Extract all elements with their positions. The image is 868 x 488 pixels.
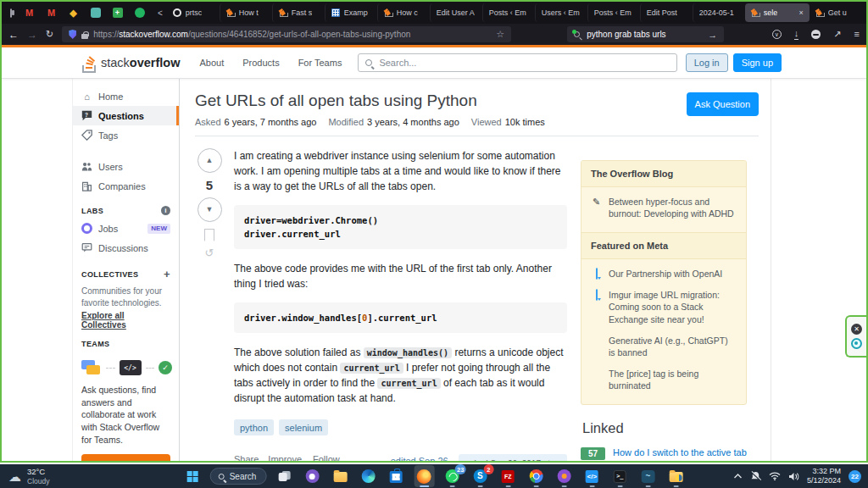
teal-app-pinned-tab-icon[interactable] [90, 8, 101, 19]
tag-selenium[interactable]: selenium [279, 419, 328, 435]
edge-button[interactable] [358, 465, 378, 487]
sidebar-item-companies[interactable]: Companies [73, 176, 179, 196]
start-button[interactable] [182, 465, 203, 487]
blog-item[interactable]: ✎Between hyper-focus and burnout: Develo… [591, 196, 737, 219]
task-view-button[interactable] [274, 465, 294, 487]
vscode-button[interactable]: </> [581, 465, 602, 487]
https-lock-icon[interactable] [81, 31, 88, 39]
browser-tab[interactable]: Examp [325, 3, 377, 22]
tray-chevron-up-icon[interactable] [733, 473, 743, 480]
meta-item[interactable]: Generative AI (e.g., ChatGPT) is banned [591, 335, 737, 358]
browser-tab[interactable]: 2024-05-1 [693, 3, 745, 22]
meta-item[interactable]: The [price] tag is being burninated [591, 368, 737, 391]
taskbar-weather-widget[interactable]: ☁ 32°C Cloudy [8, 464, 49, 488]
browser-tab[interactable]: Users ‹ Em [535, 3, 587, 22]
file-explorer-button[interactable] [330, 465, 350, 487]
nav-for-teams[interactable]: For Teams [291, 53, 350, 72]
edited-timestamp-link[interactable]: edited Sep 26, 2017 at 12:50 [391, 456, 459, 461]
browser-tab[interactable]: Edit User A [430, 3, 482, 22]
search-go-icon[interactable]: → [708, 30, 717, 40]
stackoverflow-logo[interactable]: stackoverflow [81, 53, 180, 73]
url-bar[interactable]: https://stackoverflow.com/questions/4641… [62, 26, 511, 42]
bookmark-icon[interactable] [204, 229, 214, 241]
browser-tab[interactable]: prtsc [167, 3, 220, 22]
improve-question-link[interactable]: Improve this question [268, 454, 303, 461]
so-search-box[interactable] [358, 53, 676, 72]
nav-products[interactable]: Products [235, 53, 287, 72]
filezilla-button[interactable]: FZ [498, 465, 518, 487]
firefox-button[interactable] [414, 465, 434, 487]
firefox-view-icon[interactable] [10, 8, 12, 18]
skype-button[interactable]: S2 [470, 465, 490, 487]
add-collective-icon[interactable]: + [164, 268, 170, 280]
python-app-button[interactable] [665, 465, 686, 487]
volume-icon[interactable] [788, 472, 799, 481]
share-icon[interactable]: ↗ [833, 30, 841, 39]
taskbar-search[interactable]: Search [210, 468, 267, 485]
green-circle-app-pinned-tab-icon[interactable] [134, 8, 145, 19]
wifi-icon[interactable] [769, 472, 781, 480]
browser-tab[interactable]: Posts ‹ Em [587, 3, 640, 22]
forward-button[interactable]: → [27, 29, 37, 41]
back-button[interactable]: ← [8, 29, 19, 41]
close-tab-icon[interactable]: × [799, 8, 804, 17]
explore-teams-button[interactable]: Explore Teams [81, 454, 170, 461]
info-icon[interactable]: i [161, 206, 170, 215]
purple-app-button[interactable] [554, 465, 574, 487]
tag-python[interactable]: python [234, 419, 274, 435]
sidebar-item-home[interactable]: ⌂Home [73, 87, 179, 106]
notification-bell-icon[interactable] [750, 471, 761, 481]
gmail-pinned-tab-icon[interactable]: M [46, 8, 57, 19]
browser-tab[interactable]: How t [220, 3, 272, 22]
chrome-button[interactable] [526, 465, 546, 487]
sidebar-item-jobs[interactable]: Jobs NEW [73, 219, 179, 238]
recorder-close-icon[interactable]: ✕ [851, 324, 862, 335]
terminal-button[interactable]: >_ [609, 465, 630, 487]
tracking-protection-shield-icon[interactable] [69, 30, 76, 39]
signup-button[interactable]: Sign up [733, 53, 782, 72]
browser-tab[interactable]: Edit Post [640, 3, 693, 22]
microsoft-store-button[interactable] [386, 465, 406, 487]
post-history-icon[interactable]: ↺ [205, 247, 214, 259]
browser-search-bar[interactable]: → [567, 26, 724, 42]
camera-app-button[interactable] [302, 465, 322, 487]
bookmark-star-icon[interactable]: ☆ [496, 29, 504, 40]
meta-item[interactable]: Our Partnership with OpenAI [591, 268, 737, 280]
meta-item[interactable]: Imgur image URL migration: Coming soon t… [591, 289, 737, 325]
browser-tab[interactable]: Posts ‹ Em [482, 3, 535, 22]
downvote-button[interactable]: ▼ [198, 197, 222, 222]
adblock-icon[interactable] [811, 30, 821, 39]
browser-tab[interactable]: Fast s [272, 3, 325, 22]
reload-button[interactable]: ↻ [46, 29, 53, 40]
follow-link[interactable]: Follow [313, 454, 340, 461]
sidebar-item-users[interactable]: Users [73, 157, 179, 176]
login-button[interactable]: Log in [686, 53, 728, 72]
browser-search-input[interactable] [585, 29, 703, 40]
sidebar-item-questions[interactable]: ? Questions [73, 106, 179, 125]
scroll-tabs-left-button[interactable]: < [153, 8, 167, 18]
binance-pinned-tab-icon[interactable]: ◆ [68, 8, 79, 19]
recorder-record-icon[interactable] [851, 338, 862, 349]
upvote-button[interactable]: ▲ [198, 148, 222, 173]
mysql-workbench-button[interactable]: ~ [637, 465, 658, 487]
green-cross-app-pinned-tab-icon[interactable]: + [112, 8, 123, 19]
share-link[interactable]: Share [234, 454, 259, 461]
browser-tab[interactable]: Get u [810, 3, 862, 22]
taskbar-clock[interactable]: 3:32 PM 5/12/2024 [807, 467, 841, 486]
menu-icon[interactable]: ≡ [854, 30, 860, 39]
browser-tab-active[interactable]: sele× [745, 3, 810, 22]
whatsapp-button[interactable]: 23 [442, 465, 462, 487]
modified-meta[interactable]: Modified3 years, 4 months ago [328, 117, 459, 127]
sidebar-item-discussions[interactable]: Discussions [73, 238, 179, 258]
linked-question[interactable]: 57How do I switch to the active tab in S… [581, 446, 747, 461]
ask-question-button[interactable]: Ask Question [687, 92, 759, 116]
sidebar-item-tags[interactable]: Tags [73, 125, 179, 145]
browser-tab[interactable]: How c [377, 3, 430, 22]
so-search-input[interactable] [377, 57, 669, 69]
explore-collectives-link[interactable]: Explore all Collectives [73, 308, 179, 330]
nav-about[interactable]: About [192, 53, 231, 72]
notification-count-badge[interactable]: 22 [849, 470, 861, 483]
downloads-icon[interactable]: ↓ [794, 29, 799, 40]
pocket-icon[interactable]: ∨ [772, 30, 782, 39]
gmail-pinned-tab-icon[interactable]: M [24, 8, 35, 19]
